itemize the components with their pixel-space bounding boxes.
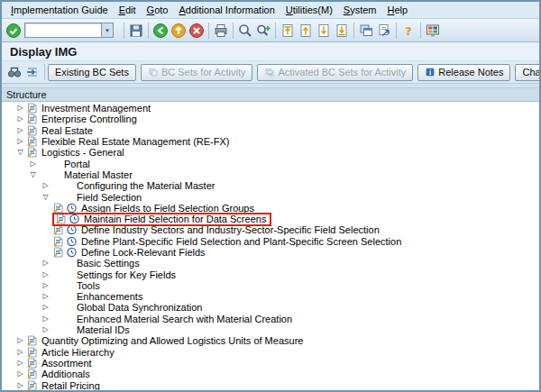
tree-item-label: Settings for Key Fields xyxy=(75,269,178,280)
expand-arrow-icon[interactable]: ▷ xyxy=(40,302,51,313)
tree-item-define-plant-specific-field-selection-and-plant-specific-screen-selection[interactable]: Define Plant-Specific Field Selection an… xyxy=(2,236,539,247)
help-button[interactable]: ? xyxy=(399,22,417,40)
toolbar-separator xyxy=(208,23,209,39)
customize-button[interactable] xyxy=(424,22,442,40)
tree-item-investment-management[interactable]: ▷Investment Management xyxy=(2,103,539,114)
exit-button[interactable] xyxy=(170,22,188,40)
menu-edit[interactable]: Edit xyxy=(114,5,142,15)
expand-arrow-icon[interactable]: ▷ xyxy=(40,280,51,291)
expand-arrow-icon[interactable]: ▷ xyxy=(14,103,26,114)
command-field-dropdown-icon[interactable]: ▼ xyxy=(102,23,114,38)
position-button[interactable] xyxy=(23,63,41,81)
expand-arrow-icon[interactable]: ▷ xyxy=(40,314,51,324)
menu-utilities-m[interactable]: Utilities(M) xyxy=(280,5,338,15)
change-log-button[interactable]: Change Log xyxy=(515,64,541,81)
expand-arrow-icon[interactable]: ▷ xyxy=(27,159,39,169)
expand-arrow-icon[interactable]: ▷ xyxy=(14,358,26,369)
toolbar-separator xyxy=(353,23,354,39)
doc-icon xyxy=(52,247,64,258)
tree-item-retail-pricing[interactable]: ▷Retail Pricing xyxy=(2,379,539,390)
expand-arrow-icon[interactable]: ▷ xyxy=(40,291,51,302)
svg-text:?: ? xyxy=(405,23,412,37)
prev-page-button[interactable] xyxy=(297,22,315,40)
tree-item-content: Investment Management xyxy=(26,103,152,114)
tree-item-label: Assortment xyxy=(40,358,94,369)
tree-item-portal[interactable]: ▷Portal xyxy=(2,158,539,169)
back-button[interactable] xyxy=(151,22,170,40)
tree-item-content: Define Industry Sectors and Industry-Sec… xyxy=(52,224,381,235)
menu-system[interactable]: System xyxy=(338,5,382,15)
collapse-arrow-icon[interactable]: ▽ xyxy=(14,147,26,158)
new-session-button[interactable] xyxy=(357,22,375,40)
expand-arrow-icon[interactable]: ▷ xyxy=(14,380,26,390)
tree-item-global-data-synchronization[interactable]: ▷Global Data Synchronization xyxy=(2,302,539,313)
tree-item-flexible-real-estate-management-re-fx[interactable]: ▷Flexible Real Estate Management (RE-FX) xyxy=(2,136,539,147)
tree-item-enhancements[interactable]: ▷Enhancements xyxy=(2,291,539,302)
system-toolbar-icons: ? xyxy=(121,22,442,40)
menu-implementation-guide[interactable]: Implementation Guide xyxy=(5,5,114,15)
first-page-button[interactable] xyxy=(279,22,297,40)
expand-arrow-icon[interactable]: ▷ xyxy=(40,258,51,269)
tree-item-assortment[interactable]: ▷Assortment xyxy=(2,358,539,369)
tree-item-material-ids[interactable]: ▷Material IDs xyxy=(2,324,539,335)
collapse-arrow-icon[interactable]: ▽ xyxy=(27,169,39,180)
menu-goto[interactable]: Goto xyxy=(142,5,174,15)
tree-item-maintain-field-selection-for-data-screens[interactable]: Maintain Field Selection for Data Screen… xyxy=(2,214,539,224)
activated-bc-sets-for-activity-button[interactable]: Activated BC Sets for Activity xyxy=(257,64,413,81)
expand-arrow-icon[interactable]: ▷ xyxy=(14,125,26,136)
bc-set-icon xyxy=(148,67,159,77)
expand-arrow-icon[interactable]: ▷ xyxy=(40,324,51,335)
collapse-arrow-icon[interactable]: ▽ xyxy=(40,192,51,203)
tree-item-configuring-the-material-master[interactable]: ▷Configuring the Material Master xyxy=(2,180,539,191)
expand-arrow-icon[interactable]: ▷ xyxy=(14,369,26,379)
expand-arrow-icon[interactable]: ▷ xyxy=(14,335,26,346)
doc-icon xyxy=(26,125,38,136)
tree-item-real-estate[interactable]: ▷Real Estate xyxy=(2,125,539,136)
find-button[interactable] xyxy=(236,22,254,40)
tree-item-article-hierarchy[interactable]: ▷Article Hierarchy xyxy=(2,347,539,358)
expand-arrow-icon[interactable]: ▷ xyxy=(14,347,26,358)
doc-icon xyxy=(26,147,38,158)
menu-help[interactable]: Help xyxy=(382,5,414,15)
menu-additional-information[interactable]: Additional Information xyxy=(173,5,280,15)
expand-arrow-icon[interactable]: ▷ xyxy=(14,136,26,147)
expand-arrow-icon[interactable]: ▷ xyxy=(14,114,26,124)
existing-bc-sets-button[interactable]: Existing BC Sets xyxy=(48,64,136,81)
tree-item-content: Settings for Key Fields xyxy=(51,269,178,280)
bc-sets-for-activity-button[interactable]: BC Sets for Activity xyxy=(141,64,253,81)
customize-icon xyxy=(425,23,441,39)
command-field[interactable] xyxy=(24,23,102,38)
save-button[interactable] xyxy=(127,22,145,40)
tree-item-basic-settings[interactable]: ▷Basic Settings xyxy=(2,258,539,269)
shortcut-icon xyxy=(376,23,392,39)
shortcut-button[interactable] xyxy=(375,22,393,40)
cancel-button[interactable] xyxy=(188,22,206,40)
tree-item-logistics-general[interactable]: ▽Logistics - General xyxy=(2,147,539,158)
binoculars-button[interactable] xyxy=(5,63,23,81)
tree-item-enterprise-controlling[interactable]: ▷Enterprise Controlling xyxy=(2,114,539,124)
doc-icon xyxy=(52,224,64,235)
tree-item-label: Article Hierarchy xyxy=(40,347,116,358)
tree-item-define-industry-sectors-and-industry-sector-specific-field-selection[interactable]: Define Industry Sectors and Industry-Sec… xyxy=(2,224,539,235)
position-icon xyxy=(24,64,41,80)
enter-button[interactable] xyxy=(5,22,23,40)
tree-item-define-lock-relevant-fields[interactable]: Define Lock-Relevant Fields xyxy=(2,247,539,258)
tree-item-additionals[interactable]: ▷Additionals xyxy=(2,369,539,379)
tree-item-tools[interactable]: ▷Tools xyxy=(2,280,539,291)
tree-item-enhanced-material-search-with-material-creation[interactable]: ▷Enhanced Material Search with Material … xyxy=(2,314,539,324)
expand-arrow-icon[interactable]: ▷ xyxy=(40,269,51,280)
expand-arrow-icon[interactable]: ▷ xyxy=(40,180,51,191)
last-page-button[interactable] xyxy=(333,22,351,40)
tree-item-settings-for-key-fields[interactable]: ▷Settings for Key Fields xyxy=(2,269,539,279)
find-next-button[interactable] xyxy=(254,22,272,40)
tree-item-label: Define Lock-Relevant Fields xyxy=(79,247,207,258)
doc-icon xyxy=(26,358,38,369)
next-page-button[interactable] xyxy=(315,22,333,40)
sap-window: Implementation GuideEditGotoAdditional I… xyxy=(0,0,541,392)
activity-icon xyxy=(66,247,78,258)
tree-item-quantity-optimizing-and-allowed-logistics-units-of-measure[interactable]: ▷Quantity Optimizing and Allowed Logisti… xyxy=(2,335,539,346)
tree-item-field-selection[interactable]: ▽Field Selection xyxy=(2,191,539,202)
release-notes-button[interactable]: iRelease Notes xyxy=(417,64,510,81)
tree-item-material-master[interactable]: ▽Material Master xyxy=(2,169,539,180)
print-button[interactable] xyxy=(212,22,230,40)
